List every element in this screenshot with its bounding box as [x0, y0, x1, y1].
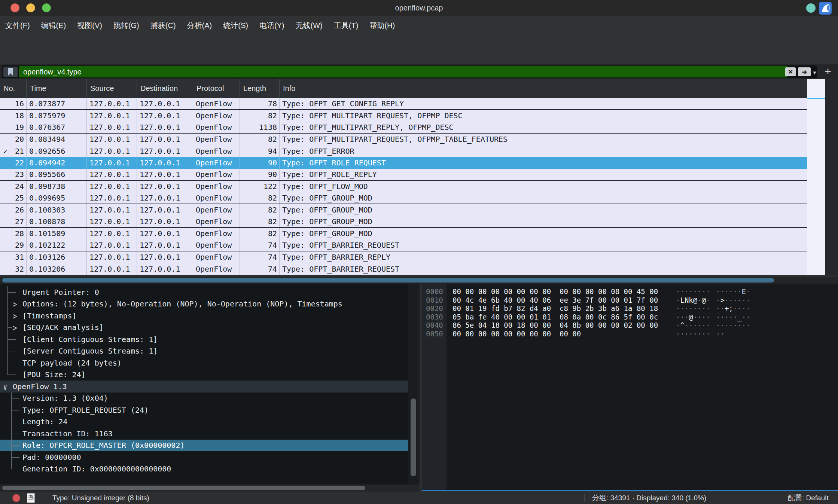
hex-bytes[interactable]: 00 00 00 00 08 00 45 00 [560, 287, 658, 296]
detail-row[interactable]: TCP payload (24 bytes) [0, 357, 420, 369]
menu-item[interactable]: 统计(S) [223, 21, 248, 31]
hex-bytes[interactable]: 08 0a 00 0c 86 5f 00 0c [560, 313, 658, 321]
menu-item[interactable]: 视图(V) [77, 21, 102, 31]
hex-ascii[interactable]: ········ [676, 287, 710, 296]
hex-ascii[interactable]: ········ [676, 330, 710, 338]
hex-ascii[interactable]: ········ [716, 321, 750, 330]
column-header[interactable]: Source [87, 79, 137, 98]
column-header[interactable]: Protocol [193, 79, 240, 98]
detail-row[interactable]: >Options: (12 bytes), No-Operation (NOP)… [0, 298, 420, 310]
detail-row[interactable]: Generation ID: 0x0000000000000000 [0, 463, 420, 475]
menu-item[interactable]: 帮助(H) [369, 21, 395, 31]
collapse-expander-icon[interactable]: ∨ [3, 381, 7, 392]
hex-ascii[interactable]: ·^······ [676, 321, 710, 330]
hex-bytes[interactable]: ee 3e 7f 00 00 01 7f 00 [560, 296, 658, 305]
table-row[interactable]: 280.101509127.0.0.1127.0.0.1OpenFlow82Ty… [0, 228, 807, 240]
cell: 21 [11, 145, 27, 157]
table-row[interactable]: 200.083494127.0.0.1127.0.0.1OpenFlow82Ty… [0, 134, 807, 146]
hex-row[interactable]: 005000 00 00 00 00 00 00 0000 00········… [422, 330, 838, 338]
status-profile[interactable]: 配置: Default [788, 492, 829, 504]
expand-icon[interactable]: > [13, 323, 17, 333]
expert-info-indicator[interactable] [12, 494, 20, 502]
detail-row[interactable]: Pad: 00000000 [0, 451, 420, 463]
hex-bytes[interactable]: 00 00 00 00 00 00 00 00 [452, 330, 551, 338]
menu-item[interactable]: 分析(A) [187, 21, 212, 31]
hex-bytes[interactable]: 86 5e 04 18 00 18 00 00 [452, 321, 551, 330]
table-row[interactable]: 310.103126127.0.0.1127.0.0.1OpenFlow74Ty… [0, 251, 807, 263]
column-header[interactable]: Destination [137, 79, 193, 98]
detail-row[interactable]: Type: OFPT_ROLE_REQUEST (24) [0, 404, 420, 416]
hex-row[interactable]: 003005 ba fe 40 00 00 01 0108 0a 00 0c 8… [422, 313, 838, 321]
table-row[interactable]: 180.075979127.0.0.1127.0.0.1OpenFlow82Ty… [0, 110, 807, 122]
hex-bytes[interactable]: 05 ba fe 40 00 00 01 01 [452, 313, 551, 321]
menu-item[interactable]: 编辑(E) [41, 21, 66, 31]
menu-item[interactable]: 无线(W) [296, 21, 323, 31]
detail-text: [Server Contiguous Streams: 1] [22, 346, 158, 355]
cell: Type: OFPT_ERROR [280, 145, 807, 157]
packet-list-hscroll-thumb[interactable] [2, 278, 774, 282]
menu-item[interactable]: 跳转(G) [113, 21, 139, 31]
hex-row[interactable]: 002000 01 19 fd b7 82 d4 a0c8 9b 2b 3b a… [422, 304, 838, 313]
filter-apply-button[interactable]: ➜ [798, 67, 811, 76]
table-row[interactable]: ✓210.092656127.0.0.1127.0.0.1OpenFlow94T… [0, 145, 807, 157]
hex-ascii[interactable]: ·····_·· [716, 313, 750, 321]
hex-bytes[interactable]: 00 4c 4e 6b 40 00 40 06 [452, 296, 551, 305]
table-row[interactable]: 160.073877127.0.0.1127.0.0.1OpenFlow78Ty… [0, 98, 807, 110]
column-header[interactable]: Info [280, 79, 807, 98]
detail-row[interactable]: Length: 24 [0, 416, 420, 428]
menu-item[interactable]: 工具(T) [334, 21, 359, 31]
hex-ascii[interactable]: ·>······ [716, 296, 750, 305]
detail-row[interactable]: Version: 1.3 (0x04) [0, 392, 420, 404]
hex-bytes[interactable]: 00 00 00 00 00 00 00 00 [452, 287, 551, 296]
details-vscroll-thumb[interactable] [411, 398, 416, 476]
table-row[interactable]: 250.099695127.0.0.1127.0.0.1OpenFlow82Ty… [0, 192, 807, 204]
hex-row[interactable]: 000000 00 00 00 00 00 00 0000 00 00 00 0… [422, 287, 838, 296]
column-header[interactable]: Time [27, 79, 87, 98]
table-row[interactable]: 260.100303127.0.0.1127.0.0.1OpenFlow82Ty… [0, 204, 807, 216]
hex-ascii[interactable]: ··+;···· [716, 304, 750, 313]
expand-icon[interactable]: > [13, 299, 17, 309]
filter-bookmark-button[interactable] [3, 67, 18, 77]
table-row[interactable]: 240.098738127.0.0.1127.0.0.1OpenFlow122T… [0, 181, 807, 193]
hex-bytes[interactable]: 00 00 [560, 330, 581, 338]
packet-list-vertical-scrollbar[interactable] [825, 79, 838, 275]
detail-row[interactable]: [Client Contiguous Streams: 1] [0, 333, 420, 345]
hex-row[interactable]: 001000 4c 4e 6b 40 00 40 06ee 3e 7f 00 0… [422, 296, 838, 305]
detail-row[interactable]: >[SEQ/ACK analysis] [0, 322, 420, 334]
hex-bytes[interactable]: c8 9b 2b 3b a6 1a 80 18 [560, 304, 658, 313]
detail-row[interactable]: Urgent Pointer: 0 [0, 286, 420, 298]
table-row[interactable]: 190.076367127.0.0.1127.0.0.1OpenFlow1138… [0, 122, 807, 134]
table-row[interactable]: 220.094942127.0.0.1127.0.0.1OpenFlow90Ty… [0, 157, 807, 169]
details-hscroll-thumb[interactable] [2, 486, 365, 490]
hex-row[interactable]: 004086 5e 04 18 00 18 00 0004 8b 00 00 0… [422, 321, 838, 330]
table-row[interactable]: 230.095566127.0.0.1127.0.0.1OpenFlow90Ty… [0, 169, 807, 181]
hex-ascii[interactable]: ···@···· [676, 313, 710, 321]
detail-row[interactable]: ∨OpenFlow 1.3 [0, 381, 420, 392]
filter-add-button[interactable]: + [822, 65, 834, 77]
hex-ascii[interactable]: ·LNk@·@· [676, 296, 710, 305]
menu-item[interactable]: 文件(F) [5, 21, 30, 31]
cell: Type: OFPT_FLOW_MOD [280, 181, 807, 193]
table-row[interactable]: 290.102122127.0.0.1127.0.0.1OpenFlow74Ty… [0, 239, 807, 251]
detail-text: [Client Contiguous Streams: 1] [22, 335, 158, 344]
hex-ascii[interactable]: ·· [716, 330, 725, 338]
hex-bytes[interactable]: 04 8b 00 00 00 02 00 00 [560, 321, 658, 330]
detail-row[interactable]: [Server Contiguous Streams: 1] [0, 345, 420, 357]
display-filter-input[interactable]: openflow_v4.type [19, 66, 787, 77]
hex-bytes[interactable]: 00 01 19 fd b7 82 d4 a0 [452, 304, 551, 313]
table-row[interactable]: 320.103206127.0.0.1127.0.0.1OpenFlow74Ty… [0, 263, 807, 275]
column-header[interactable]: No. [0, 79, 27, 98]
detail-row[interactable]: >[Timestamps] [0, 310, 420, 322]
expand-icon[interactable]: > [13, 311, 17, 321]
table-row[interactable]: 270.100878127.0.0.1127.0.0.1OpenFlow82Ty… [0, 216, 807, 228]
hex-ascii[interactable]: ······E· [716, 287, 750, 296]
detail-row[interactable]: [PDU Size: 24] [0, 369, 420, 381]
menu-item[interactable]: 捕获(C) [150, 21, 176, 31]
hex-ascii[interactable]: ········ [676, 304, 710, 313]
filter-clear-button[interactable]: ✕ [785, 67, 796, 76]
filter-dropdown-caret[interactable]: ▼ [812, 70, 817, 76]
detail-row[interactable]: Transaction ID: 1163 [0, 428, 420, 440]
detail-row[interactable]: Role: OFPCR_ROLE_MASTER (0x00000002) [0, 440, 420, 452]
menu-item[interactable]: 电话(Y) [259, 21, 284, 31]
column-header[interactable]: Length [240, 79, 280, 98]
